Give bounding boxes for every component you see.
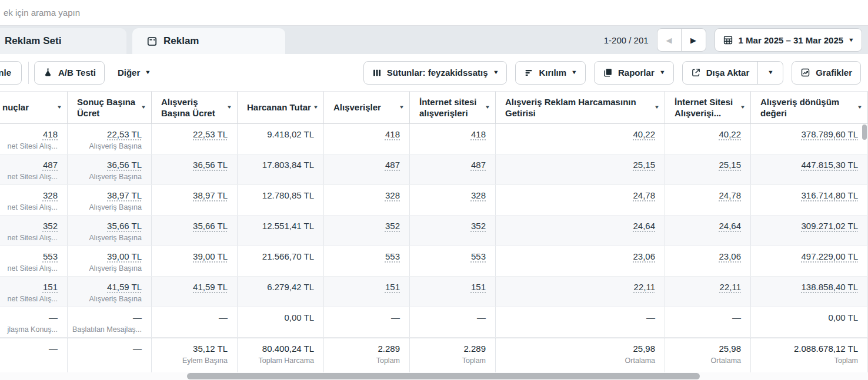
table-row: —jlaşma Konuş...—Başlatılan Mesajlaş...—… <box>0 307 868 338</box>
cell-value: 25,98 <box>633 344 655 354</box>
cell-value[interactable]: 328 <box>385 190 400 200</box>
cell-value[interactable]: 38,97 TL <box>107 190 142 200</box>
edit-button[interactable]: nle <box>0 61 22 85</box>
cell-sublabel: Alışveriş Başına <box>89 203 142 211</box>
cell-value[interactable]: 24,64 <box>633 221 655 231</box>
ab-test-button[interactable]: A/B Testi <box>34 61 105 85</box>
cell-value[interactable]: 24,64 <box>719 221 741 231</box>
cell-value[interactable]: 553 <box>385 251 400 261</box>
column-header-label: Alışveriş Başına Ücret <box>161 96 225 119</box>
cell-value[interactable]: 487 <box>471 160 486 170</box>
cell-results: 352net Sitesi Alış... <box>0 216 68 246</box>
cell-value[interactable]: 378.789,60 TL <box>802 129 858 139</box>
cell-value[interactable]: 553 <box>471 251 486 261</box>
cell-value[interactable]: 418 <box>471 129 486 139</box>
cell-value[interactable]: 487 <box>43 160 58 170</box>
cell-value: 2.289 <box>378 344 400 354</box>
column-header-conversion-value[interactable]: Alışveriş dönüşüm değeri▼ <box>751 92 868 123</box>
more-button[interactable]: Diğer ▼ <box>109 61 159 85</box>
cell-value[interactable]: 36,56 TL <box>193 160 228 170</box>
cell-value[interactable]: 25,15 <box>633 160 655 170</box>
export-button[interactable]: Dışa Aktar <box>683 62 759 84</box>
cell-value[interactable]: 418 <box>385 129 400 139</box>
cell-value[interactable]: 138.858,40 TL <box>802 282 858 292</box>
cell-value[interactable]: 328 <box>471 190 486 200</box>
cell-sublabel: Alışveriş Başına <box>89 142 142 150</box>
cell-value[interactable]: 553 <box>43 251 58 261</box>
calendar-icon <box>723 35 733 45</box>
cell-sublabel: net Sitesi Alış... <box>8 203 58 211</box>
cell-value[interactable]: 352 <box>385 221 400 231</box>
charts-button[interactable]: Grafikler <box>792 61 861 85</box>
cell-value[interactable]: 309.271,02 TL <box>802 221 858 231</box>
next-page-button[interactable]: ▶ <box>682 29 706 51</box>
cell-cost-per-result: — <box>68 338 152 374</box>
cell-results: — <box>0 338 68 374</box>
search-input[interactable]: ek için arama yapın <box>4 8 80 18</box>
cell-value[interactable]: 22,11 <box>634 282 655 292</box>
cell-value[interactable]: 22,53 TL <box>193 129 228 139</box>
cell-value[interactable]: 36,56 TL <box>107 160 142 170</box>
cell-value[interactable]: 41,59 TL <box>107 282 142 292</box>
cell-value[interactable]: 41,59 TL <box>193 282 228 292</box>
horizontal-scrollbar-thumb[interactable] <box>187 373 700 379</box>
cell-value: 12.780,85 TL <box>262 190 314 200</box>
cell-value[interactable]: 352 <box>471 221 486 231</box>
topbar: ek için arama yapın <box>0 0 868 26</box>
tab-ad-label: Reklam <box>163 35 199 47</box>
cell-value[interactable]: 24,78 <box>719 190 741 200</box>
cell-value[interactable]: 22,53 TL <box>107 129 142 139</box>
cell-value[interactable]: 35,66 TL <box>193 221 228 231</box>
tab-adset[interactable]: Reklam Seti <box>0 28 126 54</box>
cell-sublabel: Alışveriş Başına <box>89 264 142 273</box>
cell-value[interactable]: 23,06 <box>633 251 655 261</box>
column-header-purchase-roas[interactable]: Alışveriş Reklam Harcamasının Getirisi▼ <box>496 92 665 123</box>
horizontal-scrollbar[interactable] <box>0 372 868 380</box>
cell-value[interactable]: 418 <box>43 129 58 139</box>
export-button-label: Dışa Aktar <box>706 68 750 78</box>
cell-cost-per-result: 41,59 TLAlışveriş Başına <box>68 277 152 307</box>
cell-value[interactable]: 487 <box>385 160 400 170</box>
column-header-website-purchases[interactable]: İnternet sitesi alışverişleri▼ <box>410 92 496 123</box>
column-header-cost-per-purchase[interactable]: Alışveriş Başına Ücret▼ <box>152 92 238 123</box>
export-icon <box>691 68 701 78</box>
cell-amount-spent: 21.566,70 TL <box>238 246 324 276</box>
cell-value[interactable]: 328 <box>43 190 58 200</box>
tab-ad[interactable]: Reklam <box>132 28 285 54</box>
breakdown-button[interactable]: Kırılım ▼ <box>515 61 586 85</box>
cell-value[interactable]: 447.815,30 TL <box>802 160 858 170</box>
cell-results: 151net Sitesi Alış... <box>0 277 68 307</box>
cell-value[interactable]: 38,97 TL <box>193 190 228 200</box>
cell-value[interactable]: 151 <box>43 282 58 292</box>
cell-value[interactable]: 24,78 <box>633 190 655 200</box>
charts-button-label: Grafikler <box>816 68 852 78</box>
cell-value[interactable]: 39,00 TL <box>193 251 228 261</box>
cell-value[interactable]: 151 <box>471 282 486 292</box>
column-header-purchases[interactable]: Alışverişler▼ <box>324 92 410 123</box>
cell-sublabel: Eylem Başına <box>182 357 228 365</box>
cell-value[interactable]: 40,22 <box>719 129 741 139</box>
prev-page-button[interactable]: ◀ <box>657 29 682 51</box>
cell-value[interactable]: 39,00 TL <box>107 251 142 261</box>
columns-button[interactable]: Sütunlar: feyzakidssatış ▼ <box>363 61 508 85</box>
cell-value[interactable]: 40,22 <box>633 129 655 139</box>
date-range-picker[interactable]: 1 Mar 2025 – 31 Mar 2025 ▼ <box>715 28 862 52</box>
cell-value[interactable]: 352 <box>43 221 58 231</box>
cell-value[interactable]: 497.229,00 TL <box>802 251 858 261</box>
column-header-website-purchase-roas[interactable]: İnternet Sitesi Alışverişi...▼ <box>665 92 751 123</box>
vertical-scrollbar-thumb[interactable] <box>862 125 867 140</box>
cell-value[interactable]: 316.714,80 TL <box>802 190 858 200</box>
column-header-results[interactable]: nuçlar▼ <box>0 92 68 123</box>
export-options-button[interactable]: ▼ <box>758 62 783 84</box>
column-header-amount-spent[interactable]: Harcanan Tutar▼ <box>238 92 324 123</box>
caret-down-icon: ▼ <box>848 38 854 43</box>
column-header-cost-per-result[interactable]: Sonuç Başına Ücret▼ <box>68 92 152 123</box>
cell-value[interactable]: 35,66 TL <box>107 221 142 231</box>
cell-value: — <box>49 344 58 354</box>
cell-value[interactable]: 23,06 <box>719 251 741 261</box>
cell-value[interactable]: 22,11 <box>720 282 741 292</box>
table-row: 328net Sitesi Alış...38,97 TLAlışveriş B… <box>0 185 868 216</box>
reports-button[interactable]: Raporlar ▼ <box>594 61 674 85</box>
cell-value[interactable]: 151 <box>385 282 400 292</box>
cell-value[interactable]: 25,15 <box>719 160 741 170</box>
